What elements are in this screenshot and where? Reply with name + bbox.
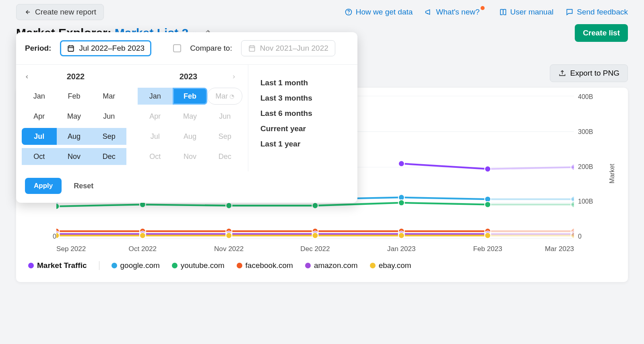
month-oct-2023: Oct: [138, 148, 173, 165]
legend-label: ebay.com: [379, 261, 411, 270]
svg-point-17: [485, 166, 491, 172]
y-axis-right: 400B 300B 200B 100B 0: [574, 92, 606, 255]
period-label: Period:: [25, 44, 51, 53]
svg-point-29: [312, 203, 318, 209]
compare-range-chip[interactable]: Nov 2021–Jun 2022: [241, 40, 335, 56]
month-may-2023: May: [173, 108, 208, 125]
svg-text:Nov 2022: Nov 2022: [214, 245, 244, 253]
month-sep-2023: Sep: [207, 128, 242, 145]
export-png-button[interactable]: Export to PNG: [550, 64, 628, 82]
date-range-popover: Period: Jul 2022–Feb 2023 Compare to: No…: [16, 32, 357, 203]
svg-rect-55: [249, 46, 254, 51]
svg-point-31: [485, 202, 491, 208]
preset-last-3-months[interactable]: Last 3 months: [260, 91, 345, 106]
preset-current-year[interactable]: Current year: [260, 121, 345, 136]
legend-label: Market Traffic: [37, 261, 87, 270]
legend-label: google.com: [120, 261, 160, 270]
calendar-left: 2022 JanFebMarAprMayJunJulAugSepOctNovDe…: [16, 65, 132, 171]
preset-last-6-months[interactable]: Last 6 months: [260, 106, 345, 121]
month-nov-2022[interactable]: Nov: [57, 148, 92, 165]
create-report-button[interactable]: Create new report: [16, 4, 104, 20]
notification-dot-icon: [481, 6, 485, 10]
chart-legend: Market Trafficgoogle.comyoutube.comfaceb…: [28, 261, 616, 270]
create-report-label: Create new report: [35, 8, 96, 16]
svg-point-18: [571, 164, 574, 170]
legend-dot-icon: [111, 263, 117, 268]
date-range-chip[interactable]: Jul 2022–Feb 2023: [60, 40, 151, 56]
prev-year-button[interactable]: [24, 74, 33, 80]
legend-dot-icon: [28, 263, 34, 268]
whats-new-link[interactable]: What's new?: [425, 8, 487, 16]
next-year-button[interactable]: [231, 74, 240, 80]
apply-button[interactable]: Apply: [25, 178, 62, 194]
month-dec-2022[interactable]: Dec: [91, 148, 126, 165]
legend-label: facebook.com: [246, 261, 293, 270]
svg-text:Mar 2023: Mar 2023: [545, 245, 574, 253]
month-feb-2022[interactable]: Feb: [57, 88, 92, 105]
preset-last-1-month[interactable]: Last 1 month: [260, 75, 345, 91]
svg-text:Dec 2022: Dec 2022: [300, 245, 330, 253]
send-feedback-link[interactable]: Send feedback: [566, 8, 628, 16]
megaphone-icon: [425, 8, 433, 16]
calendar-icon: [67, 44, 75, 52]
month-sep-2022[interactable]: Sep: [91, 128, 126, 145]
preset-last-1-year[interactable]: Last 1 year: [260, 136, 345, 152]
month-aug-2023: Aug: [173, 128, 208, 145]
legend-item[interactable]: Market Traffic: [28, 261, 87, 270]
date-presets: Last 1 monthLast 3 monthsLast 6 monthsCu…: [248, 65, 357, 171]
month-oct-2022[interactable]: Oct: [22, 148, 57, 165]
chevron-right-icon: [231, 74, 237, 80]
how-we-get-data-link[interactable]: How we get data: [345, 8, 413, 16]
month-dec-2023: Dec: [207, 148, 242, 165]
calendar-year-left: 2022: [67, 72, 85, 81]
month-may-2022[interactable]: May: [57, 108, 92, 125]
y-axis-right-title: Market: [609, 164, 616, 183]
month-feb-2023[interactable]: Feb: [173, 88, 208, 105]
svg-point-28: [226, 203, 232, 209]
svg-point-51: [398, 233, 405, 239]
month-apr-2022[interactable]: Apr: [22, 108, 57, 125]
legend-item[interactable]: youtube.com: [172, 261, 225, 270]
legend-dot-icon: [237, 263, 242, 268]
legend-item[interactable]: google.com: [111, 261, 160, 270]
chat-icon: [566, 8, 574, 16]
upload-icon: [558, 69, 566, 77]
svg-text:Jan 2023: Jan 2023: [387, 245, 415, 253]
legend-label: amazon.com: [314, 261, 358, 270]
month-jan-2023[interactable]: Jan: [138, 88, 173, 105]
create-list-button[interactable]: Create list: [575, 24, 628, 42]
arrow-left-icon: [24, 8, 31, 16]
book-icon: [499, 8, 507, 16]
svg-point-32: [571, 202, 574, 208]
top-links: How we get data What's new? User manual …: [345, 8, 628, 16]
calendar-icon: [248, 44, 256, 52]
svg-point-30: [398, 200, 405, 206]
month-mar-2023[interactable]: Mar◔: [207, 88, 242, 105]
calendar-year-right: 2023: [180, 72, 198, 81]
month-jul-2022[interactable]: Jul: [22, 128, 57, 145]
compare-label: Compare to:: [190, 44, 232, 53]
month-mar-2022[interactable]: Mar: [91, 88, 126, 105]
user-manual-link[interactable]: User manual: [499, 8, 554, 16]
svg-point-26: [56, 203, 60, 209]
reset-button[interactable]: Reset: [71, 181, 96, 191]
legend-dot-icon: [172, 263, 178, 268]
chevron-left-icon: [24, 74, 30, 80]
month-aug-2022[interactable]: Aug: [57, 128, 92, 145]
svg-rect-54: [68, 46, 74, 51]
legend-item[interactable]: ebay.com: [370, 261, 411, 270]
legend-item[interactable]: facebook.com: [237, 261, 293, 270]
month-nov-2023: Nov: [173, 148, 208, 165]
svg-point-16: [398, 161, 405, 167]
svg-point-1: [348, 13, 349, 14]
svg-point-47: [56, 233, 60, 239]
legend-label: youtube.com: [181, 261, 225, 270]
compare-checkbox[interactable]: [173, 44, 181, 52]
svg-point-48: [140, 233, 146, 239]
month-jun-2022[interactable]: Jun: [91, 108, 126, 125]
svg-text:Feb 2023: Feb 2023: [473, 245, 502, 253]
svg-text:Oct 2022: Oct 2022: [129, 245, 157, 253]
month-jan-2022[interactable]: Jan: [22, 88, 57, 105]
svg-point-52: [485, 233, 491, 239]
legend-item[interactable]: amazon.com: [305, 261, 358, 270]
